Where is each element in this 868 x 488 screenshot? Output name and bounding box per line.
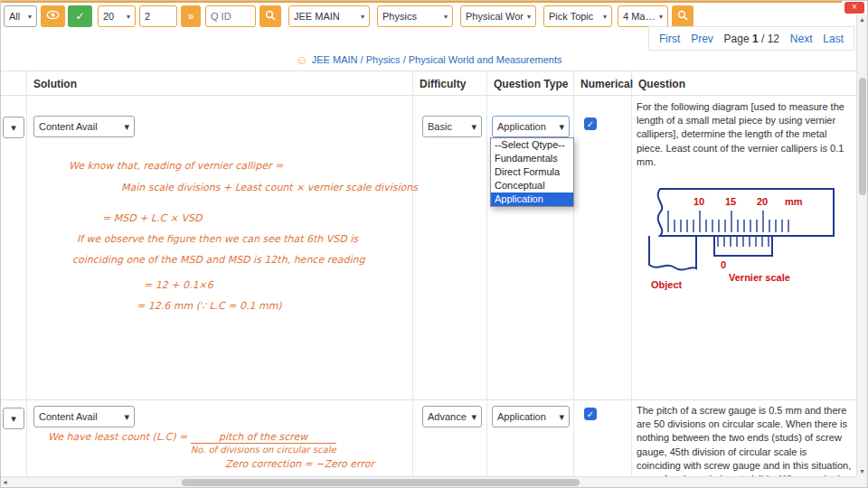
column-divider xyxy=(631,71,632,476)
question-id-input[interactable] xyxy=(205,5,256,27)
qtype-option-fundamentals[interactable]: Fundamentals xyxy=(491,152,573,165)
breadcrumb: ☺JEE MAIN / Physics / Physical World and… xyxy=(1,52,856,67)
search-icon xyxy=(677,10,688,23)
chevron-down-icon: ▾ xyxy=(559,411,564,423)
pagination-first[interactable]: First xyxy=(659,33,680,45)
top-accent-line xyxy=(1,1,842,3)
question-type-select[interactable]: Application ▾ xyxy=(492,406,570,427)
search-filters-button[interactable] xyxy=(672,5,693,27)
column-divider xyxy=(412,71,413,476)
vernier-calliper-diagram: 10 15 20 mm 0 Vernier scale Object xyxy=(638,182,848,297)
marks-value: 4 Marks xyxy=(623,11,656,22)
marks-select[interactable]: 4 Marks ▾ xyxy=(618,5,668,27)
pagination-prev[interactable]: Prev xyxy=(691,33,713,45)
content-availability-select[interactable]: Content Avail ▾ xyxy=(33,116,135,137)
chevron-down-icon: ▾ xyxy=(444,13,448,21)
chevron-down-icon: ▾ xyxy=(559,121,564,133)
solution-line: = MSD + L.C × VSD xyxy=(102,212,202,224)
scroll-down-icon[interactable]: ▼ xyxy=(859,468,865,474)
header-question: Question xyxy=(638,78,685,90)
exam-select[interactable]: JEE MAIN ▾ xyxy=(288,5,370,27)
search-icon xyxy=(265,10,276,23)
scroll-left-icon[interactable]: ◄ xyxy=(2,479,8,485)
solution-line: = 12.6 mm (∵ L.C = 0.1 mm) xyxy=(137,300,282,312)
chevron-down-icon: ▾ xyxy=(124,121,129,133)
chevron-down-icon: ▾ xyxy=(527,13,531,21)
row-action-dropdown[interactable]: ▾ xyxy=(3,117,24,138)
filter-all-select[interactable]: All ▾ xyxy=(4,5,37,27)
table-top-border xyxy=(1,70,856,71)
column-divider xyxy=(486,71,487,476)
qtype-option-direct-formula[interactable]: Direct Formula xyxy=(491,165,573,179)
topic-value: Pick Topic xyxy=(549,11,593,22)
content-availability-select[interactable]: Content Avail ▾ xyxy=(33,406,135,427)
column-divider xyxy=(573,71,574,476)
row-action-dropdown[interactable]: ▾ xyxy=(3,408,24,429)
header-bottom-border xyxy=(1,95,856,96)
scroll-up-icon[interactable]: ▲ xyxy=(859,16,865,23)
check-icon: ✓ xyxy=(587,119,594,129)
qtype-option-conceptual[interactable]: Conceptual xyxy=(491,179,573,192)
pagination: First Prev Page 1 / 12 Next Last xyxy=(648,26,854,51)
question-text: For the following diagram [used to measu… xyxy=(637,100,852,169)
page-number-input[interactable] xyxy=(139,5,177,27)
chevron-down-icon: ▾ xyxy=(603,13,607,21)
page-size-select[interactable]: 20 ▾ xyxy=(98,5,136,27)
chevron-down-icon: ▾ xyxy=(361,13,364,21)
pagination-page-info: Page 1 / 12 xyxy=(724,33,779,45)
solution-line: We know that, reading of vernier callipe… xyxy=(69,160,283,172)
confirm-check-button[interactable]: ✓ xyxy=(68,5,92,27)
content-availability-value: Content Avail xyxy=(39,121,98,132)
horizontal-scrollbar[interactable]: ◄ xyxy=(1,476,856,487)
diagram-number-20: 20 xyxy=(757,196,768,207)
numerical-checkbox[interactable]: ✓ xyxy=(584,117,597,130)
header-numerical: Numerical xyxy=(580,78,633,90)
subject-value: Physics xyxy=(382,11,417,22)
close-icon: × xyxy=(852,2,857,12)
close-button[interactable]: × xyxy=(844,2,864,14)
breadcrumb-link[interactable]: JEE MAIN / Physics / Physical World and … xyxy=(312,54,562,65)
go-to-page-button[interactable]: » xyxy=(181,5,201,27)
topic-select[interactable]: Pick Topic ▾ xyxy=(543,5,612,27)
solution-line: coinciding one of the MSD and MSD is 12t… xyxy=(72,254,364,266)
filter-all-value: All xyxy=(9,11,20,22)
solution-line: Zero correction = −Zero error xyxy=(225,458,374,470)
qtype-option-select[interactable]: --Select Qtype-- xyxy=(491,138,573,152)
header-difficulty: Difficulty xyxy=(420,78,466,90)
vertical-scrollbar-thumb[interactable] xyxy=(859,78,866,195)
pagination-next[interactable]: Next xyxy=(790,33,813,45)
diagram-number-15: 15 xyxy=(725,196,736,207)
row-separator xyxy=(1,399,856,400)
qtype-option-application[interactable]: Application xyxy=(491,192,573,206)
diagram-zero-label: 0 xyxy=(721,259,726,270)
difficulty-select[interactable]: Advance ▾ xyxy=(422,406,482,427)
preview-eye-button[interactable] xyxy=(41,5,65,27)
pagination-last[interactable]: Last xyxy=(823,33,844,45)
header-question-type: Question Type xyxy=(494,78,568,90)
subject-select[interactable]: Physics ▾ xyxy=(377,5,453,27)
vertical-scrollbar[interactable]: ▲ ▼ xyxy=(856,14,867,476)
solution-line: We have least count (L.C) = pitch of the… xyxy=(48,431,336,455)
difficulty-select[interactable]: Basic ▾ xyxy=(422,116,482,137)
diagram-vernier-scale-label: Vernier scale xyxy=(729,272,790,283)
diagram-object-label: Object xyxy=(651,279,683,290)
question-type-value: Application xyxy=(497,121,546,132)
chevron-down-icon: ▾ xyxy=(127,13,130,21)
solution-line: Main scale divisions + Least count × ver… xyxy=(121,182,418,193)
content-availability-value: Content Avail xyxy=(39,411,98,422)
difficulty-value: Basic xyxy=(428,121,452,132)
numerical-checkbox[interactable]: ✓ xyxy=(584,408,597,420)
question-type-select[interactable]: Application ▾ xyxy=(492,116,570,137)
page-size-value: 20 xyxy=(103,11,114,22)
chevron-down-icon: ▾ xyxy=(471,121,476,133)
diagram-number-10: 10 xyxy=(693,196,704,207)
check-icon: ✓ xyxy=(75,10,84,23)
chevron-down-icon: ▾ xyxy=(11,413,16,425)
chapter-select[interactable]: Physical Wor ▾ xyxy=(460,5,536,27)
question-bank-window: All ▾ ✓ 20 ▾ » JEE MAIN ▾ xyxy=(0,0,868,488)
eye-icon xyxy=(46,10,60,23)
exam-value: JEE MAIN xyxy=(294,11,340,22)
horizontal-scrollbar-thumb[interactable] xyxy=(182,479,580,486)
question-type-dropdown-list: --Select Qtype-- Fundamentals Direct For… xyxy=(490,137,574,207)
search-qid-button[interactable] xyxy=(259,5,281,27)
